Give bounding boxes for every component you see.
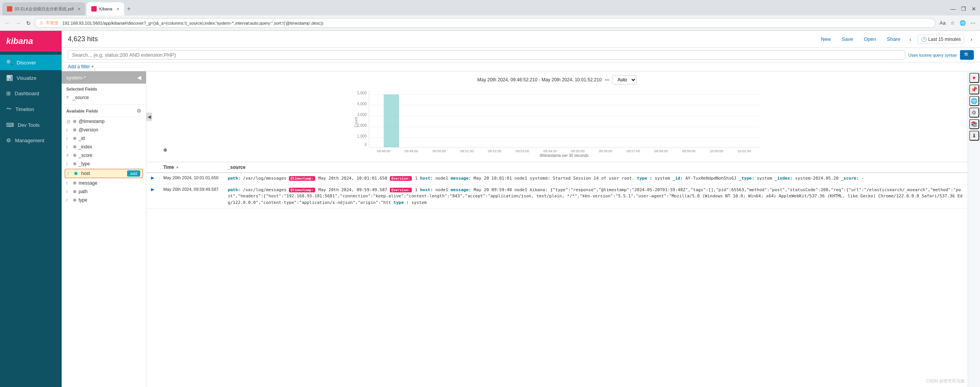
- svg-text:Count: Count: [354, 117, 358, 127]
- settings-button[interactable]: ⋯: [969, 19, 977, 27]
- chart-header: May 20th 2024, 09:46:52.210 - May 20th 2…: [153, 75, 962, 84]
- field-circle-path: [73, 190, 76, 193]
- expand-row-1-button[interactable]: ▶: [151, 175, 154, 180]
- search-submit-button[interactable]: 🔍: [960, 50, 974, 60]
- back-button[interactable]: ←: [3, 19, 12, 28]
- field-row-index[interactable]: t _index: [62, 143, 146, 151]
- selected-field-source[interactable]: ? _source: [66, 94, 141, 101]
- open-button[interactable]: Open: [861, 35, 879, 44]
- reader-mode-button[interactable]: Aa: [938, 19, 947, 27]
- time-forward-button[interactable]: ›: [969, 35, 974, 44]
- bookmark-button[interactable]: ☆: [949, 19, 957, 27]
- field-row-message[interactable]: t message: [62, 179, 146, 187]
- fields-gear-icon[interactable]: ⚙: [137, 108, 141, 114]
- sidebar-item-dashboard[interactable]: ⊞ Dashboard: [0, 86, 62, 101]
- field-row-host[interactable]: t host add: [65, 169, 143, 178]
- tab-pdf[interactable]: 03 ELK企业级日志分析系统.pdf ✕: [2, 2, 85, 15]
- right-sidebar: ♥ 📌 🌐 ⚙ 📚 ⬇: [968, 71, 980, 387]
- tab-kibana-close[interactable]: ✕: [116, 7, 119, 11]
- search-input[interactable]: [72, 52, 901, 58]
- chart-brush-icon[interactable]: ⊕: [163, 147, 167, 153]
- field-circle-type2: [73, 199, 76, 202]
- table-row: ▶ May 20th 2024, 10:01:01.650 path: /var…: [146, 173, 968, 184]
- field-type-question: ?: [66, 96, 70, 100]
- sidebar-item-devtools[interactable]: ⌨ Dev Tools: [0, 117, 62, 133]
- field-row-type2[interactable]: t type: [62, 196, 146, 204]
- field-name-id: _id: [79, 136, 85, 141]
- field-name-version: @version: [79, 127, 98, 133]
- fields-list: @ @timestamp t @version t: [62, 117, 146, 387]
- refresh-button[interactable]: ↻: [25, 19, 32, 28]
- results-area[interactable]: Time ▼ _source ▶: [146, 162, 968, 387]
- forward-button[interactable]: →: [14, 19, 22, 28]
- address-url[interactable]: 192.168.93.101:5601/app/kibana#/discover…: [62, 21, 931, 25]
- svg-text:09:53:00: 09:53:00: [515, 149, 529, 153]
- field-row-timestamp[interactable]: @ @timestamp: [62, 117, 146, 126]
- time-cell-1: May 20th 2024, 10:01:01.650: [159, 173, 223, 184]
- expand-row-2-button[interactable]: ▶: [151, 187, 154, 192]
- field-row-id[interactable]: t _id: [62, 134, 146, 143]
- field-row-score[interactable]: # _score: [62, 151, 146, 160]
- sidebar-item-management[interactable]: ⚙ Management: [0, 133, 62, 148]
- chart-interval-select[interactable]: Auto: [612, 75, 637, 84]
- sidebar-item-timelion-label: Timelion: [15, 106, 34, 112]
- maximize-button[interactable]: ❐: [960, 4, 968, 13]
- sidebar-item-timelion[interactable]: 〜 Timelion: [0, 101, 62, 117]
- right-sidebar-btn-3[interactable]: 🌐: [969, 96, 979, 106]
- svg-text:2,000: 2,000: [357, 123, 367, 128]
- search-input-wrap[interactable]: [68, 50, 905, 60]
- right-sidebar-btn-1[interactable]: ♥: [969, 73, 979, 83]
- close-window-button[interactable]: ✕: [970, 4, 978, 13]
- svg-text:09:50:00: 09:50:00: [432, 149, 446, 153]
- minimize-button[interactable]: —: [949, 4, 957, 13]
- insecure-label: 不安全: [46, 20, 59, 26]
- save-button[interactable]: Save: [839, 35, 856, 44]
- svg-text:10:00:00: 10:00:00: [710, 149, 723, 153]
- timelion-icon: 〜: [6, 106, 12, 113]
- address-bar[interactable]: ⚠ 不安全 192.168.93.101:5601/app/kibana#/di…: [35, 18, 936, 28]
- right-sidebar-btn-2[interactable]: 📌: [969, 84, 979, 94]
- extension-button[interactable]: 🌐: [958, 19, 967, 27]
- chart-collapse-button[interactable]: ◀: [146, 113, 152, 121]
- field-name-type: _type: [79, 161, 90, 167]
- tab-pdf-label: 03 ELK企业级日志分析系统.pdf: [15, 6, 74, 12]
- time-range-label: Last 15 minutes: [928, 37, 961, 42]
- field-name-source: _source: [72, 95, 141, 100]
- sidebar-item-visualize-label: Visualize: [17, 75, 37, 81]
- field-row-path[interactable]: t path: [62, 187, 146, 196]
- table-row: ▶ May 20th 2024, 09:59:49.587 path: /var…: [146, 184, 968, 209]
- field-name-message: message: [79, 180, 97, 186]
- add-filter-button[interactable]: Add a filter +: [68, 64, 94, 69]
- col-source: _source: [223, 162, 968, 173]
- right-sidebar-btn-4[interactable]: ⚙: [969, 108, 979, 118]
- col-time[interactable]: Time ▼: [159, 162, 223, 173]
- collapse-left-panel-button[interactable]: ◀: [137, 74, 141, 81]
- available-fields-title: Available Fields: [66, 109, 98, 113]
- chart-date-range: May 20th 2024, 09:46:52.210 - May 20th 2…: [477, 77, 602, 82]
- sidebar-item-visualize[interactable]: 📊 Visualize: [0, 70, 62, 86]
- time-range-picker[interactable]: 🕐 Last 15 minutes: [918, 35, 965, 44]
- svg-text:3,000: 3,000: [357, 113, 367, 117]
- lucene-link[interactable]: Uses lucene query syntax: [908, 53, 957, 57]
- watermark: CSDN @研究司马懿: [926, 378, 965, 384]
- new-tab-button[interactable]: +: [126, 4, 132, 14]
- tab-pdf-close[interactable]: ✕: [77, 7, 81, 11]
- right-sidebar-btn-6[interactable]: ⬇: [969, 131, 979, 141]
- svg-text:09:51:00: 09:51:00: [460, 149, 473, 153]
- host-add-button[interactable]: add: [127, 170, 140, 177]
- field-row-type[interactable]: t _type: [62, 160, 146, 168]
- right-sidebar-btn-5[interactable]: 📚: [969, 119, 979, 129]
- sidebar-item-discover[interactable]: 🔍 Discover: [0, 55, 62, 70]
- sidebar-logo: kibana: [0, 31, 62, 52]
- field-name-host: host: [81, 171, 125, 176]
- field-circle-timestamp: [73, 120, 76, 123]
- share-button[interactable]: Share: [884, 35, 903, 44]
- new-button[interactable]: New: [818, 35, 834, 44]
- tab-kibana[interactable]: Kibana ✕: [87, 2, 124, 15]
- field-name-score: _score: [79, 153, 92, 158]
- filter-bar: Add a filter +: [62, 62, 980, 71]
- kibana-favicon: [91, 6, 97, 12]
- chart-area: ◀ May 20th 2024, 09:46:52.210 - May 20th…: [146, 71, 968, 162]
- time-back-button[interactable]: ‹: [908, 35, 913, 44]
- field-row-version[interactable]: t @version: [62, 126, 146, 134]
